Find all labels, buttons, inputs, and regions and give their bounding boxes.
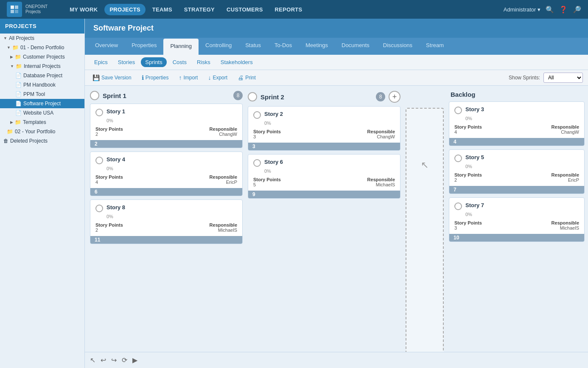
story7-radio[interactable] [454, 202, 462, 210]
story6-radio[interactable] [253, 159, 261, 167]
story8-points-value: 2 [95, 228, 123, 233]
story4-points-label: Story Points [95, 174, 123, 180]
nav-projects[interactable]: PROJECTS [104, 4, 145, 15]
refresh-button[interactable]: ⟳ [122, 356, 127, 364]
sub-tabs-row: Epics Stories Sprints Costs Risks Stakeh… [85, 55, 588, 70]
search-icon[interactable]: 🔍 [546, 6, 554, 14]
story3-resp-value: ChangW [552, 129, 579, 135]
tab-todos[interactable]: To-Dos [268, 38, 299, 55]
add-sprint-button[interactable]: + [389, 91, 400, 103]
story-card-4[interactable]: Story 4 0% Story Points 4 Responsible [90, 152, 243, 196]
story7-resp-value: MichaelS [552, 225, 579, 230]
file-icon-ppm: 📄 [15, 91, 22, 97]
import-label: Import [183, 75, 198, 81]
story8-radio[interactable] [95, 205, 103, 212]
sub-tab-costs[interactable]: Costs [168, 57, 191, 67]
story-card-1[interactable]: Story 1 0% Story Points 2 Responsible [90, 104, 243, 148]
admin-menu[interactable]: Administrator ▾ [504, 6, 540, 13]
sidebar-item-demo-portfolio[interactable]: ▼ 📁 01 - Demo Portfolio [0, 43, 84, 52]
redo-button[interactable]: ↪ [111, 356, 117, 364]
sub-tab-epics[interactable]: Epics [90, 57, 112, 67]
nav-customers[interactable]: CUSTOMERS [221, 4, 268, 15]
sprint2-circle[interactable] [248, 92, 257, 101]
play-button[interactable]: ▶ [132, 356, 137, 364]
print-icon: 🖨 [238, 74, 244, 81]
select-tool-button[interactable]: ↖ [90, 356, 95, 364]
expand-arrow-demo: ▼ [7, 45, 11, 50]
story6-footer: Story Points 5 Responsible MichaelS [253, 177, 395, 187]
story3-radio[interactable] [454, 107, 462, 114]
trash-icon: 🗑 [3, 138, 8, 144]
toolbar: 💾 Save Version ℹ Properties ↑ Import ↓ E… [85, 70, 588, 86]
sub-tab-stakeholders[interactable]: Stakeholders [216, 57, 257, 67]
tab-properties[interactable]: Properties [125, 38, 163, 55]
nav-teams[interactable]: TEAMS [147, 4, 177, 15]
story2-points-value: 3 [253, 134, 281, 139]
import-icon: ↑ [179, 74, 182, 81]
settings-icon[interactable]: 🔎 [573, 6, 581, 14]
properties-button[interactable]: ℹ Properties [139, 73, 171, 82]
story-card-8[interactable]: Story 8 0% Story Points 2 Responsible [90, 199, 243, 244]
sidebar-item-all-projects[interactable]: ▼ All Projects [0, 34, 84, 43]
story3-points-label: Story Points [454, 124, 482, 129]
sidebar-item-deleted-projects[interactable]: 🗑 Deleted Projects [0, 136, 84, 146]
story1-radio[interactable] [95, 109, 103, 116]
sidebar-item-ppm-tool[interactable]: 📄 PPM Tool [0, 90, 84, 99]
logo[interactable]: ONEPOINT Projects [7, 2, 48, 17]
file-icon-pm: 📄 [15, 82, 22, 88]
nav-strategy[interactable]: STRATEGY [179, 4, 220, 15]
story5-radio[interactable] [454, 155, 462, 162]
folder-icon-customer: 📁 [15, 54, 21, 60]
sidebar-item-pm-handbook[interactable]: 📄 PM Handbook [0, 80, 84, 90]
story1-resp-value: ChangW [210, 132, 237, 137]
sidebar-label-internal-projects: Internal Projects [24, 63, 61, 69]
sprint1-circle[interactable] [90, 91, 99, 100]
sub-tab-stories[interactable]: Stories [114, 57, 139, 67]
story5-points-value: 2 [454, 177, 482, 183]
import-button[interactable]: ↑ Import [176, 73, 200, 82]
story5-resp-label: Responsible [552, 172, 579, 177]
print-label: Print [245, 75, 256, 81]
tab-meetings[interactable]: Meetings [299, 38, 335, 55]
sidebar-item-your-portfolio[interactable]: 📁 02 - Your Portfolio [0, 127, 84, 136]
sidebar-item-software-project[interactable]: 📄 Software Project [0, 99, 84, 108]
tab-documents[interactable]: Documents [335, 38, 376, 55]
export-label: Export [213, 75, 227, 81]
drop-box: ↖ [406, 108, 444, 352]
export-button[interactable]: ↓ Export [205, 73, 230, 82]
folder-icon-internal: 📁 [16, 63, 22, 69]
story4-progress: 0% [106, 166, 237, 171]
sidebar-item-templates[interactable]: ▶ 📁 Templates [0, 118, 84, 127]
undo-button[interactable]: ↩ [101, 356, 106, 364]
sidebar-item-website-usa[interactable]: 📄 Website USA [0, 108, 84, 118]
sprint-select[interactable]: All Active Completed [543, 73, 583, 83]
story-card-6[interactable]: Story 6 0% Story Points 5 Responsible [248, 154, 400, 199]
tab-controlling[interactable]: Controlling [199, 38, 238, 55]
sub-tab-risks[interactable]: Risks [193, 57, 215, 67]
story1-progress: 0% [106, 118, 237, 123]
help-icon[interactable]: ❓ [559, 6, 568, 14]
tab-stream[interactable]: Stream [419, 38, 451, 55]
nav-my-work[interactable]: MY WORK [64, 4, 103, 15]
story2-radio[interactable] [253, 111, 261, 119]
story5-points-label: Story Points [454, 172, 482, 177]
sidebar-item-customer-projects[interactable]: ▶ 📁 Customer Projects [0, 52, 84, 62]
sidebar-item-database-project[interactable]: 📄 Database Project [0, 71, 84, 80]
sidebar-item-internal-projects[interactable]: ▼ 📁 Internal Projects [0, 62, 84, 71]
tab-discussions[interactable]: Discussions [376, 38, 419, 55]
sub-tab-sprints[interactable]: Sprints [141, 57, 166, 67]
nav-reports[interactable]: REPORTS [270, 4, 308, 15]
save-version-button[interactable]: 💾 Save Version [90, 73, 134, 82]
sprint1-badge: 8 [233, 91, 243, 100]
story-card-5[interactable]: Story 5 0% Story Points 2 Responsible [449, 149, 585, 194]
story-card-7[interactable]: Story 7 0% Story Points 3 Responsible [449, 197, 585, 242]
story3-name: Story 3 [465, 106, 484, 112]
story2-resp-label: Responsible [367, 129, 395, 134]
print-button[interactable]: 🖨 Print [235, 73, 258, 82]
tab-overview[interactable]: Overview [88, 38, 125, 55]
story4-radio[interactable] [95, 157, 103, 164]
story-card-3[interactable]: Story 3 0% Story Points 4 Responsible [449, 101, 585, 146]
story-card-2[interactable]: Story 2 0% Story Points 3 Responsible [248, 106, 400, 151]
tab-planning[interactable]: Planning [163, 39, 199, 55]
tab-status[interactable]: Status [238, 38, 268, 55]
